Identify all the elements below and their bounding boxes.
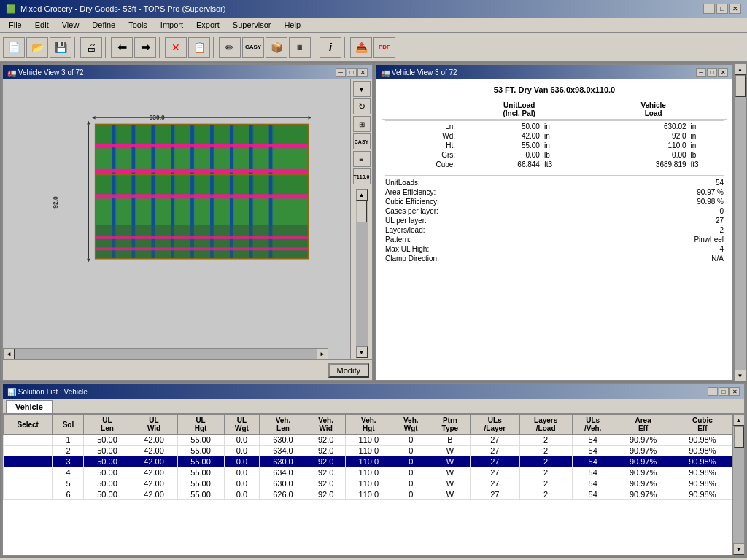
menu-bar: File Edit View Define Tools Import Expor… [0,18,747,33]
info-panel-max[interactable]: □ [707,68,717,77]
table-row[interactable]: 6 50.00 42.00 55.00 0.0 626.0 92.0 110.0… [4,489,732,500]
svg-text:630.0: 630.0 [150,114,165,121]
casy-side-button[interactable]: CASY [353,133,371,149]
new-button[interactable]: 📄 [3,37,25,58]
cell-uls-layer: 27 [471,456,519,467]
save-button[interactable]: 💾 [50,37,71,58]
scroll-left-button[interactable]: ◄ [3,349,15,360]
table-row[interactable]: 3 50.00 42.00 55.00 0.0 630.0 92.0 110.0… [4,456,732,467]
panel-close-button[interactable]: ✕ [357,68,368,77]
minimize-button[interactable]: ─ [703,4,715,14]
cell-ptrn: W [430,478,470,489]
th-layers: Layers/Load [519,415,572,435]
menu-define[interactable]: Define [86,19,121,31]
open-button[interactable]: 📂 [26,37,48,58]
menu-tools[interactable]: Tools [123,19,153,31]
table-row: Ln: 50.00 in 630.02 in [382,122,727,131]
grid-button[interactable]: ▦ [289,37,311,58]
edit-button[interactable]: ✏ [219,37,241,58]
solution-scroll-thumb[interactable] [734,426,744,448]
stat-value: 0 [719,207,724,215]
copy-button[interactable]: 📋 [188,37,210,58]
stat-row: Layers/load: 2 [382,226,727,234]
stat-label: Cases per layer: [385,207,473,215]
title-bar: 🟩 Mixed Grocery - Dry Goods- 53ft - TOPS… [0,0,747,18]
tab-vehicle[interactable]: Vehicle [6,400,53,413]
menu-export[interactable]: Export [190,19,225,31]
t110-button[interactable]: T110.0 [353,168,371,184]
table-row[interactable]: 5 50.00 42.00 55.00 0.0 630.0 92.0 110.0… [4,478,732,489]
right-scroll-track [735,75,746,370]
cell-layers: 2 [519,478,572,489]
svg-text:92.0: 92.0 [52,196,59,209]
th-ul-wid: ULWid [131,415,177,435]
scroll-up-right[interactable]: ▲ [735,63,746,75]
separator-1 [74,37,77,58]
scroll-down-button-side[interactable]: ▼ [356,346,368,358]
solution-list-min[interactable]: ─ [708,387,718,396]
table-row[interactable]: 2 50.00 42.00 55.00 0.0 634.0 92.0 110.0… [4,446,732,456]
horizontal-scrollbar[interactable]: ◄ ► [3,348,328,359]
pdf-button[interactable]: PDF [374,37,395,58]
solution-table-container[interactable]: Select Sol ULLen ULWid ULHgt ULWgt Veh.L… [3,414,732,555]
menu-edit[interactable]: Edit [29,19,55,31]
info-panel-min[interactable]: ─ [696,68,706,77]
menu-file[interactable]: File [3,19,28,31]
solution-scrollbar[interactable]: ▲ ▼ [732,414,744,555]
solution-scroll-up[interactable]: ▲ [733,414,745,426]
rotate-button[interactable]: ↻ [353,98,371,114]
panel-max-button[interactable]: □ [347,68,357,77]
cell-sol: 4 [53,467,84,478]
menu-supervisor[interactable]: Supervisor [227,19,277,31]
solution-list-close[interactable]: ✕ [729,387,740,396]
vehicle-view-title-bar: 🚛 Vehicle View 3 of 72 ─ □ ✕ [3,65,372,79]
scroll-thumb[interactable] [357,201,367,222]
cell-cubic-eff: 90.98% [673,467,732,478]
scroll-right-button[interactable]: ► [317,349,328,360]
vehicle-view-content: 630.0 92.0 ◄ ► ▼ ↻ ⊞ [3,79,372,359]
forward-button[interactable]: ➡ [134,37,156,58]
menu-view[interactable]: View [56,19,85,31]
solution-list-max[interactable]: □ [719,387,729,396]
back-button[interactable]: ⬅ [111,37,133,58]
stat-row: UL per layer: 27 [382,217,727,225]
menu-help[interactable]: Help [278,19,306,31]
print-button[interactable]: 🖨 [80,37,102,58]
panel-min-button[interactable]: ─ [336,68,346,77]
stat-row: Pattern: Pinwheel [382,236,727,244]
cell-ul-wgt: 0.0 [224,435,260,446]
export-button[interactable]: 📤 [350,37,372,58]
svg-rect-31 [96,225,309,259]
layers-button[interactable]: ≡ [353,151,371,167]
table-row: Wd: 42.00 in 92.0 in [382,131,727,141]
row-v1: 50.00 [458,122,543,131]
menu-import[interactable]: Import [155,19,189,31]
truck-canvas[interactable]: 630.0 92.0 ◄ ► [3,79,350,359]
scroll-up-button[interactable]: ▲ [356,189,368,201]
table-row[interactable]: 4 50.00 42.00 55.00 0.0 634.0 92.0 110.0… [4,467,732,478]
delete-button[interactable]: ✕ [165,37,187,58]
close-button[interactable]: ✕ [729,4,741,14]
cell-uls-layer: 27 [471,446,519,456]
solution-scroll-down[interactable]: ▼ [733,543,745,555]
panel-title-controls: ─ □ ✕ [336,68,368,77]
scroll-down-right[interactable]: ▼ [735,370,746,381]
modify-button[interactable]: Modify [328,363,369,378]
info-button[interactable]: i [320,37,341,58]
casy-button[interactable]: CASY [242,37,264,58]
maximize-button[interactable]: □ [716,4,728,14]
box-button[interactable]: 📦 [266,37,287,58]
fit-button[interactable]: ⊞ [353,116,371,132]
info-panel-close[interactable]: ✕ [718,68,728,77]
right-scroll-thumb[interactable] [735,75,746,97]
cell-uls-veh: 54 [572,456,614,467]
vehicle-view-title: 🚛 Vehicle View 3 of 72 [7,69,84,77]
cell-select [4,467,53,478]
zoom-down-button[interactable]: ▼ [353,81,371,97]
right-scrollbar[interactable]: ▲ ▼ [734,63,746,381]
table-row[interactable]: 1 50.00 42.00 55.00 0.0 630.0 92.0 110.0… [4,435,732,446]
row-v2: 92.0 [580,131,689,141]
row-label: Grs: [382,150,458,160]
cell-ul-len: 50.00 [84,478,131,489]
stat-value: N/A [711,254,724,262]
